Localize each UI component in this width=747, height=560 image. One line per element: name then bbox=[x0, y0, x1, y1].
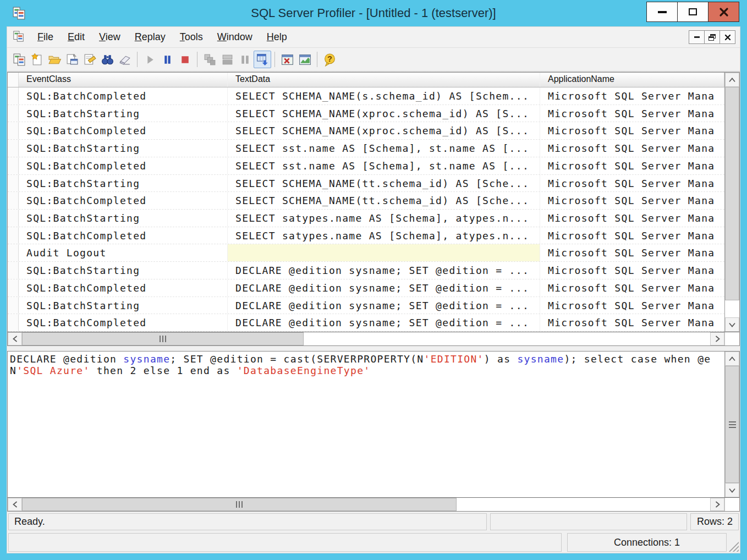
new-trace-icon bbox=[30, 53, 44, 67]
resize-grip[interactable] bbox=[727, 540, 739, 552]
trace-properties-button[interactable] bbox=[81, 51, 98, 68]
menu-window[interactable]: Window bbox=[210, 29, 260, 46]
eventclass-cell: SQL:BatchCompleted bbox=[19, 192, 228, 209]
menu-replay[interactable]: Replay bbox=[128, 29, 173, 46]
toggle-breakpoint-button[interactable] bbox=[236, 51, 254, 68]
child-minimize-button[interactable] bbox=[689, 30, 705, 44]
row-selector bbox=[8, 192, 19, 209]
start-replay-icon bbox=[143, 53, 157, 67]
column-header-applicationname[interactable]: ApplicationName bbox=[540, 73, 724, 87]
textdata-cell: SELECT SCHEMA_NAME(tt.schema_id) AS [Sch… bbox=[228, 192, 540, 209]
menu-view[interactable]: View bbox=[92, 29, 128, 46]
execute-one-step-button[interactable] bbox=[201, 51, 218, 68]
auto-scroll-button[interactable] bbox=[254, 51, 271, 68]
open-trace-button[interactable] bbox=[46, 51, 63, 68]
table-row[interactable]: SQL:BatchStartingSELECT SCHEMA_NAME(xpro… bbox=[8, 105, 724, 123]
row-selector bbox=[8, 314, 19, 331]
menu-help[interactable]: Help bbox=[260, 29, 294, 46]
window-title: SQL Server Profiler - [Untitled - 1 (tes… bbox=[0, 6, 747, 20]
new-trace-button[interactable] bbox=[28, 51, 46, 68]
clear-trace-window-button[interactable] bbox=[116, 51, 134, 68]
table-row[interactable]: Audit LogoutMicrosoft SQL Server Mana bbox=[8, 244, 724, 262]
tuning-advisor-button[interactable] bbox=[278, 51, 296, 68]
menu-edit[interactable]: Edit bbox=[61, 29, 92, 46]
sql-detail-pane[interactable]: DECLARE @edition sysname; SET @edition =… bbox=[8, 352, 724, 497]
detail-horizontal-scrollbar[interactable] bbox=[8, 498, 724, 511]
table-row[interactable]: SQL:BatchCompletedDECLARE @edition sysna… bbox=[8, 314, 724, 332]
row-selector bbox=[8, 244, 19, 261]
menu-tools[interactable]: Tools bbox=[173, 29, 210, 46]
help-button[interactable]: ? bbox=[321, 51, 338, 68]
pane-splitter[interactable] bbox=[7, 346, 740, 351]
table-row[interactable]: SQL:BatchStartingSELECT SCHEMA_NAME(tt.s… bbox=[8, 175, 724, 193]
applicationname-cell: Microsoft SQL Server Mana bbox=[540, 157, 724, 174]
grid-vscroll-thumb[interactable] bbox=[725, 87, 739, 300]
scroll-right-icon[interactable] bbox=[710, 498, 724, 511]
eventclass-cell: SQL:BatchStarting bbox=[19, 105, 228, 122]
status-bar: Ready. Rows: 2 bbox=[7, 512, 740, 530]
table-row[interactable]: SQL:BatchStartingSELECT sst.name AS [Sch… bbox=[8, 140, 724, 157]
applicationname-cell: Microsoft SQL Server Mana bbox=[540, 314, 724, 331]
table-row[interactable]: SQL:BatchStartingDECLARE @edition sysnam… bbox=[8, 297, 724, 315]
management-studio-button[interactable] bbox=[296, 51, 314, 68]
table-row[interactable]: SQL:BatchCompletedSELECT satypes.name AS… bbox=[8, 227, 724, 245]
toggle-breakpoint-icon bbox=[238, 53, 252, 67]
column-header-eventclass[interactable]: EventClass bbox=[19, 73, 228, 87]
run-to-cursor-button[interactable] bbox=[218, 51, 236, 68]
row-selector bbox=[8, 122, 19, 139]
detail-vscroll-thumb[interactable] bbox=[725, 366, 739, 483]
row-selector bbox=[8, 87, 19, 105]
grid-horizontal-scrollbar[interactable] bbox=[8, 332, 724, 345]
table-row[interactable]: SQL:BatchStartingDECLARE @edition sysnam… bbox=[8, 262, 724, 279]
detail-vertical-scrollbar[interactable] bbox=[724, 352, 739, 497]
grid-vertical-scrollbar[interactable] bbox=[724, 73, 739, 332]
menu-bar: FileEditViewReplayToolsWindowHelp bbox=[7, 27, 740, 48]
save-trace-button[interactable] bbox=[63, 51, 81, 68]
status-spare-panel bbox=[490, 513, 687, 530]
applicationname-cell: Microsoft SQL Server Mana bbox=[540, 262, 724, 279]
eventclass-cell: SQL:BatchCompleted bbox=[19, 279, 228, 297]
window-controls bbox=[647, 2, 739, 22]
connections-count: Connections: 1 bbox=[567, 533, 727, 552]
scroll-up-icon[interactable] bbox=[725, 73, 739, 87]
scroll-down-icon[interactable] bbox=[725, 483, 739, 497]
start-replay-button[interactable] bbox=[141, 51, 158, 68]
eventclass-cell: SQL:BatchCompleted bbox=[19, 87, 228, 105]
column-header-textdata[interactable]: TextData bbox=[228, 73, 540, 87]
stop-replay-button[interactable] bbox=[176, 51, 194, 68]
eventclass-cell: SQL:BatchStarting bbox=[19, 210, 228, 227]
pause-replay-button[interactable] bbox=[158, 51, 176, 68]
table-row[interactable]: SQL:BatchCompletedSELECT SCHEMA_NAME(s.s… bbox=[8, 87, 724, 105]
textdata-cell: SELECT SCHEMA_NAME(s.schema_id) AS [Sche… bbox=[228, 87, 540, 105]
find-button[interactable] bbox=[98, 51, 116, 68]
child-close-button[interactable] bbox=[719, 30, 735, 44]
scroll-down-icon[interactable] bbox=[725, 317, 739, 332]
eventclass-cell: SQL:BatchStarting bbox=[19, 297, 228, 314]
trace-grid-frame: EventClassTextDataApplicationName SQL:Ba… bbox=[7, 72, 740, 332]
textdata-cell: SELECT SCHEMA_NAME(xproc.schema_id) AS [… bbox=[228, 105, 540, 122]
scroll-left-icon[interactable] bbox=[8, 332, 22, 345]
close-button[interactable] bbox=[708, 2, 739, 22]
eventclass-cell: SQL:BatchStarting bbox=[19, 140, 228, 157]
trace-definition-button[interactable] bbox=[10, 51, 28, 68]
table-row[interactable]: SQL:BatchCompletedSELECT SCHEMA_NAME(tt.… bbox=[8, 192, 724, 210]
connection-bar: Connections: 1 bbox=[7, 530, 740, 553]
scroll-left-icon[interactable] bbox=[8, 498, 22, 511]
row-selector bbox=[8, 297, 19, 314]
maximize-button[interactable] bbox=[677, 2, 708, 22]
scroll-right-icon[interactable] bbox=[710, 332, 724, 345]
child-restore-button[interactable] bbox=[704, 30, 720, 44]
sql-text-line: DECLARE @edition sysname; SET @edition =… bbox=[10, 353, 722, 365]
menu-file[interactable]: File bbox=[30, 29, 61, 46]
minimize-button[interactable] bbox=[646, 2, 678, 22]
detail-hscroll-thumb[interactable] bbox=[22, 498, 457, 511]
table-row[interactable]: SQL:BatchCompletedDECLARE @edition sysna… bbox=[8, 279, 724, 297]
table-row[interactable]: SQL:BatchStartingSELECT satypes.name AS … bbox=[8, 210, 724, 227]
table-row[interactable]: SQL:BatchCompletedSELECT sst.name AS [Sc… bbox=[8, 157, 724, 175]
help-icon: ? bbox=[323, 53, 337, 67]
grid-hscroll-thumb[interactable] bbox=[22, 332, 304, 345]
textdata-cell: DECLARE @edition sysname; SET @edition =… bbox=[228, 314, 540, 331]
scroll-up-icon[interactable] bbox=[725, 352, 739, 366]
row-selector bbox=[8, 262, 19, 279]
table-row[interactable]: SQL:BatchCompletedSELECT SCHEMA_NAME(xpr… bbox=[8, 122, 724, 140]
